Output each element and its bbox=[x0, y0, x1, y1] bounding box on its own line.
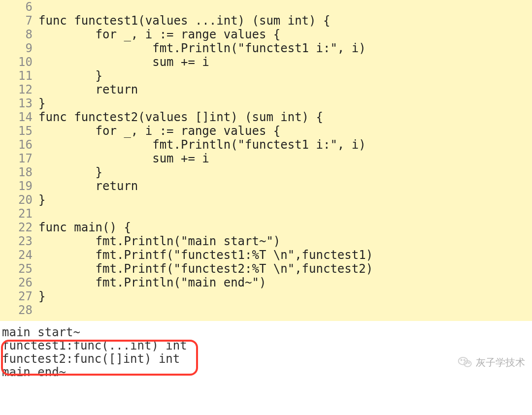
code-line: 17 sum += i bbox=[0, 152, 532, 165]
svg-point-4 bbox=[466, 362, 467, 363]
line-number: 16 bbox=[0, 138, 38, 152]
code-line: 10 sum += i bbox=[0, 55, 532, 69]
line-number: 7 bbox=[0, 14, 38, 28]
output-line: functest2:func([]int) int bbox=[2, 352, 530, 366]
code-line: 28 bbox=[0, 303, 532, 317]
code-line: 15 for _, i := range values { bbox=[0, 124, 532, 138]
code-line: 24 fmt.Printf("functest1:%T \n",functest… bbox=[0, 248, 532, 262]
code-line: 19 return bbox=[0, 179, 532, 193]
code-line: 25 fmt.Printf("functest2:%T \n",functest… bbox=[0, 262, 532, 276]
output-line: functest1:func(...int) int bbox=[2, 339, 530, 352]
svg-point-5 bbox=[468, 362, 469, 363]
line-number: 18 bbox=[0, 165, 38, 179]
line-number: 26 bbox=[0, 276, 38, 289]
code-editor: 67func functest1(values ...int) (sum int… bbox=[0, 0, 532, 321]
line-number: 15 bbox=[0, 124, 38, 138]
code-text: fmt.Printf("functest2:%T \n",functest2) bbox=[38, 262, 373, 276]
code-line: 9 fmt.Println("functest1 i:", i) bbox=[0, 41, 532, 55]
code-line: 23 fmt.Println("main start~") bbox=[0, 234, 532, 248]
line-number: 19 bbox=[0, 179, 38, 193]
code-text: fmt.Println("functest1 i:", i) bbox=[38, 138, 366, 152]
code-line: 12 return bbox=[0, 83, 532, 96]
code-line: 14func functest2(values []int) (sum int)… bbox=[0, 110, 532, 124]
output-line: main start~ bbox=[2, 326, 530, 339]
code-text: sum += i bbox=[38, 55, 209, 69]
line-number: 22 bbox=[0, 221, 38, 234]
line-number: 8 bbox=[0, 28, 38, 41]
line-number: 21 bbox=[0, 207, 38, 221]
line-number: 23 bbox=[0, 234, 38, 248]
code-text: } bbox=[38, 96, 45, 110]
code-text: } bbox=[38, 289, 45, 303]
output-line: main end~ bbox=[2, 366, 530, 379]
watermark: 灰子学技术 bbox=[457, 354, 525, 370]
code-text: } bbox=[38, 165, 102, 179]
code-text: fmt.Println("main start~") bbox=[38, 234, 280, 248]
code-text: fmt.Println("main end~") bbox=[38, 276, 266, 289]
code-line: 11 } bbox=[0, 69, 532, 83]
line-number: 17 bbox=[0, 152, 38, 165]
code-text: func functest2(values []int) (sum int) { bbox=[38, 110, 323, 124]
code-text: fmt.Printf("functest1:%T \n",functest1) bbox=[38, 248, 373, 262]
line-number: 27 bbox=[0, 289, 38, 303]
code-line: 21 bbox=[0, 207, 532, 221]
wechat-icon bbox=[457, 354, 473, 370]
code-text: func functest1(values ...int) (sum int) … bbox=[38, 14, 330, 28]
line-number: 13 bbox=[0, 96, 38, 110]
terminal-output: main start~ functest1:func(...int) int f… bbox=[0, 321, 532, 379]
line-number: 10 bbox=[0, 55, 38, 69]
code-text: sum += i bbox=[38, 152, 209, 165]
line-number: 12 bbox=[0, 83, 38, 96]
line-number: 11 bbox=[0, 69, 38, 83]
line-number: 20 bbox=[0, 193, 38, 207]
watermark-text: 灰子学技术 bbox=[476, 356, 525, 369]
line-number: 14 bbox=[0, 110, 38, 124]
code-text: func main() { bbox=[38, 221, 131, 234]
code-text: for _, i := range values { bbox=[38, 124, 280, 138]
code-line: 26 fmt.Println("main end~") bbox=[0, 276, 532, 289]
svg-point-2 bbox=[461, 359, 462, 360]
code-line: 6 bbox=[0, 0, 532, 14]
line-number: 25 bbox=[0, 262, 38, 276]
code-text: fmt.Println("functest1 i:", i) bbox=[38, 41, 366, 55]
code-text: for _, i := range values { bbox=[38, 28, 280, 41]
code-line: 18 } bbox=[0, 165, 532, 179]
line-number: 9 bbox=[0, 41, 38, 55]
code-line: 8 for _, i := range values { bbox=[0, 28, 532, 41]
code-text: } bbox=[38, 69, 102, 83]
code-line: 16 fmt.Println("functest1 i:", i) bbox=[0, 138, 532, 152]
code-line: 27} bbox=[0, 289, 532, 303]
code-line: 20} bbox=[0, 193, 532, 207]
line-number: 24 bbox=[0, 248, 38, 262]
svg-point-3 bbox=[464, 359, 465, 360]
code-line: 7func functest1(values ...int) (sum int)… bbox=[0, 14, 532, 28]
code-text: return bbox=[38, 83, 138, 96]
code-line: 13} bbox=[0, 96, 532, 110]
line-number: 28 bbox=[0, 303, 38, 317]
code-line: 22func main() { bbox=[0, 221, 532, 234]
code-text: return bbox=[38, 179, 138, 193]
line-number: 6 bbox=[0, 0, 38, 14]
code-text: } bbox=[38, 193, 45, 207]
